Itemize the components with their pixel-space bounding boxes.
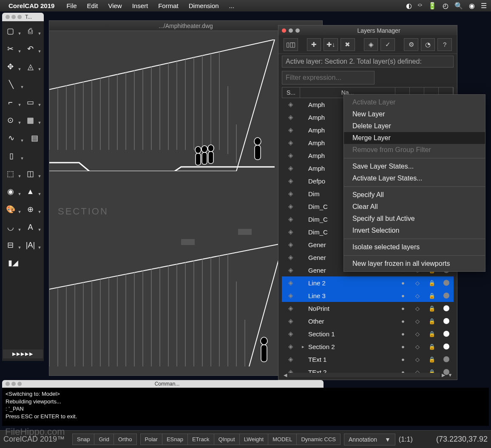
color-swatch[interactable]	[439, 305, 454, 311]
visibility-icon[interactable]: ◈	[282, 279, 300, 287]
palette-expand[interactable]: ▶▶▶▶▶	[3, 349, 43, 358]
layer-row[interactable]: ◈TExt 1●◇🔒	[282, 353, 454, 366]
layer-tool1-icon[interactable]: ◈	[364, 38, 378, 51]
annotation-select[interactable]: Annotation▼	[344, 434, 395, 445]
lock-icon[interactable]: ◇	[410, 280, 425, 286]
siri-icon[interactable]: ◉	[469, 2, 475, 10]
color-swatch[interactable]	[439, 293, 454, 299]
snap-button[interactable]: Snap	[73, 434, 94, 445]
plot-icon[interactable]: 🔒	[425, 344, 439, 350]
color-swatch[interactable]	[439, 331, 454, 337]
lock-icon[interactable]: ◇	[410, 356, 425, 363]
ortho-button[interactable]: Ortho	[114, 434, 136, 445]
menu-view[interactable]: View	[103, 2, 127, 9]
toolbox-icon[interactable]: ⊟	[5, 239, 17, 251]
visibility-icon[interactable]: ◈	[282, 292, 300, 299]
layer-tool2-icon[interactable]: ✓	[380, 38, 395, 51]
visibility-icon[interactable]: ◈	[282, 203, 300, 210]
lweight-button[interactable]: LWeight	[240, 434, 269, 445]
layersmgr-titlebar[interactable]: Layers Manager	[278, 25, 457, 35]
close-icon[interactable]	[282, 28, 286, 33]
spline-icon[interactable]: ∿	[6, 132, 17, 144]
visibility-icon[interactable]: ◈	[282, 266, 300, 274]
visibility-icon[interactable]: ◈	[282, 317, 300, 325]
visibility-icon[interactable]: ◈	[282, 126, 300, 134]
minimize-icon[interactable]	[289, 28, 293, 33]
plot-icon[interactable]: 🔒	[425, 331, 439, 337]
lock-icon[interactable]: ◇	[410, 344, 425, 350]
header-status[interactable]: S...	[282, 87, 300, 98]
lock-icon[interactable]: ◇	[410, 293, 425, 299]
context-item[interactable]: Invert Selection	[344, 225, 485, 237]
context-item[interactable]: New layer frozen in all viewports	[344, 258, 485, 270]
layer-settings-icon[interactable]: ⚙	[404, 38, 418, 51]
rect-icon[interactable]: ▭	[25, 96, 37, 108]
list-icon[interactable]: ☰	[481, 2, 487, 10]
visibility-icon[interactable]: ◈	[282, 152, 300, 159]
arc-icon[interactable]: ◡	[5, 221, 17, 233]
context-item[interactable]: Activate Layer States...	[344, 172, 485, 184]
freeze-icon[interactable]: ●	[396, 305, 410, 312]
line-icon[interactable]: ╲	[6, 79, 17, 90]
model-button[interactable]: MODEL	[268, 434, 297, 445]
menu-format[interactable]: Format	[153, 2, 184, 9]
add-layer-icon[interactable]: ✚↓	[324, 38, 338, 51]
etrack-button[interactable]: ETrack	[188, 434, 214, 445]
visibility-icon[interactable]: ◈	[282, 241, 300, 248]
command-window[interactable]: <Switching to: Model> Rebuilding viewpor…	[2, 388, 489, 426]
context-item[interactable]: Isolate selected layers	[344, 241, 485, 253]
zoom-icon[interactable]	[295, 28, 300, 33]
target-icon[interactable]: ⊕	[25, 203, 37, 215]
polar-button[interactable]: Polar	[141, 434, 162, 445]
visibility-icon[interactable]: ◈	[282, 190, 300, 197]
visibility-icon[interactable]: ◈	[282, 177, 300, 185]
qinput-button[interactable]: QInput	[214, 434, 240, 445]
lock-icon[interactable]: ◇	[410, 305, 425, 312]
visibility-icon[interactable]: ◈	[282, 215, 300, 223]
delete-layer-icon[interactable]: ✖	[341, 38, 355, 51]
menu-file[interactable]: File	[61, 2, 82, 9]
undo-icon[interactable]: ↶	[25, 43, 37, 55]
freeze-icon[interactable]: ●	[396, 356, 410, 363]
context-item[interactable]: Clear All	[344, 201, 485, 213]
layer-row[interactable]: ◈Other●◇🔒	[282, 315, 454, 327]
cube-icon[interactable]: ◫	[25, 168, 37, 180]
visibility-icon[interactable]: ◈	[282, 330, 300, 338]
print-icon[interactable]: ⎙	[25, 25, 37, 37]
align-icon[interactable]: ▤	[28, 132, 40, 144]
context-item[interactable]: Save Layer States...	[344, 161, 485, 172]
context-item[interactable]: Specify all but Active	[344, 213, 485, 225]
cut-icon[interactable]: ✂	[5, 43, 17, 55]
move-icon[interactable]: ✥	[5, 61, 17, 73]
layer-row[interactable]: ◈Line 3●◇🔒	[282, 289, 454, 302]
visibility-icon[interactable]: ◈	[282, 355, 300, 363]
text-icon[interactable]: A	[25, 221, 37, 233]
layer-row[interactable]: ◈Line 2●◇🔒	[282, 276, 454, 289]
palette-icon[interactable]: 🎨	[5, 203, 17, 215]
new-icon[interactable]: ▢	[5, 25, 17, 37]
polyline-icon[interactable]: ⌐	[5, 96, 17, 108]
layer-scrollbar[interactable]: ◀▶▼	[282, 372, 454, 378]
mesh-icon[interactable]: ▲	[25, 186, 37, 197]
circle-icon[interactable]: ⊙	[5, 114, 17, 126]
layer-row[interactable]: ◈▸Section 2●◇🔒	[282, 340, 454, 353]
menu-dimension[interactable]: Dimension	[184, 2, 224, 9]
plot-icon[interactable]: 🔒	[425, 293, 439, 299]
esnap-button[interactable]: ESnap	[162, 434, 188, 445]
freeze-icon[interactable]: ●	[396, 344, 410, 350]
plot-icon[interactable]: 🔒	[425, 356, 439, 363]
wifi-icon[interactable]: ⌔	[418, 2, 422, 10]
box-icon[interactable]: ⬚	[5, 168, 17, 180]
freeze-icon[interactable]: ●	[396, 293, 410, 299]
layer-user-icon[interactable]: ◔	[421, 38, 435, 51]
plot-icon[interactable]: 🔒	[425, 280, 439, 286]
new-layer-icon[interactable]: ✚	[307, 38, 321, 51]
scale-ratio[interactable]: (1:1)	[399, 436, 413, 443]
layer-help-icon[interactable]: ?	[437, 38, 452, 51]
layers-icon[interactable]: ▮◢	[7, 257, 19, 269]
freeze-icon[interactable]: ●	[396, 318, 410, 324]
dynamicccs-button[interactable]: Dynamic CCS	[297, 434, 340, 445]
menu-more[interactable]: ...	[224, 2, 240, 9]
command-window-titlebar[interactable]: Comman...	[2, 380, 324, 388]
visibility-icon[interactable]: ◈	[282, 343, 300, 350]
